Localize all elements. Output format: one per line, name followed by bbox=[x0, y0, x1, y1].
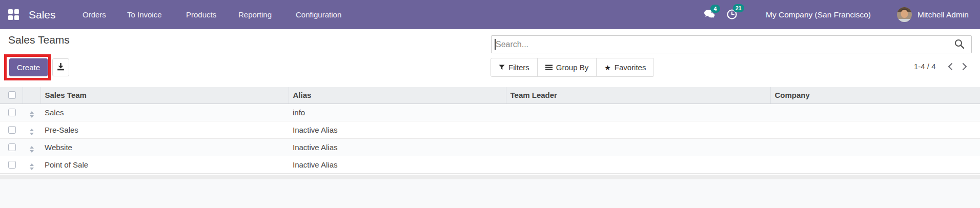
drag-handle-icon[interactable] bbox=[30, 163, 34, 170]
row-checkbox[interactable] bbox=[8, 126, 16, 134]
group-by-icon bbox=[545, 63, 553, 72]
cell-alias: Inactive Alias bbox=[289, 121, 506, 138]
search-icon[interactable] bbox=[953, 38, 966, 51]
sales-teams-table: Sales Team Alias Team Leader Company Sal… bbox=[0, 87, 980, 174]
menu-item-orders[interactable]: Orders bbox=[83, 0, 106, 29]
messages-count-badge: 4 bbox=[710, 5, 720, 13]
avatar bbox=[897, 7, 912, 22]
favorites-button[interactable]: ★ Favorites bbox=[596, 58, 654, 77]
cell-company bbox=[770, 156, 980, 173]
cell-sales-team: Pre-Sales bbox=[40, 121, 289, 138]
handle-column-header bbox=[23, 87, 40, 103]
drag-handle-icon[interactable] bbox=[30, 146, 34, 153]
text-caret bbox=[495, 39, 496, 50]
messages-menu[interactable]: 4 bbox=[704, 9, 722, 22]
company-switcher[interactable]: My Company (San Francisco) bbox=[766, 0, 871, 29]
content-background bbox=[0, 179, 980, 208]
cell-team-leader bbox=[506, 156, 770, 173]
cell-alias: info bbox=[289, 103, 506, 121]
menu-item-to-invoice[interactable]: To Invoice bbox=[127, 0, 162, 29]
page-title: Sales Teams bbox=[8, 34, 70, 46]
table-row[interactable]: Sales info bbox=[0, 103, 980, 121]
chevron-right-icon[interactable] bbox=[960, 63, 969, 72]
column-header-sales-team[interactable]: Sales Team bbox=[40, 87, 289, 103]
apps-grid-icon[interactable] bbox=[8, 9, 19, 20]
filters-button[interactable]: Filters bbox=[491, 58, 538, 77]
table-footer-strip bbox=[0, 175, 980, 179]
messages-icon bbox=[704, 12, 716, 21]
menu-item-products[interactable]: Products bbox=[186, 0, 216, 29]
export-button[interactable] bbox=[52, 58, 69, 76]
row-checkbox[interactable] bbox=[8, 109, 16, 116]
select-all-header bbox=[0, 87, 23, 103]
search-options-group: Filters Group By ★ Favorites bbox=[491, 58, 654, 77]
row-checkbox[interactable] bbox=[8, 161, 16, 169]
cell-team-leader bbox=[506, 103, 770, 121]
filter-icon bbox=[499, 63, 505, 72]
create-button[interactable]: Create bbox=[9, 58, 48, 76]
cell-sales-team: Website bbox=[40, 138, 289, 156]
cell-sales-team: Sales bbox=[40, 103, 289, 121]
table-header-row: Sales Team Alias Team Leader Company bbox=[0, 87, 980, 103]
sales-teams-page: Sales Orders To Invoice Products Reporti… bbox=[0, 0, 980, 208]
table-row[interactable]: Website Inactive Alias bbox=[0, 138, 980, 156]
cell-alias: Inactive Alias bbox=[289, 156, 506, 173]
cell-company bbox=[770, 138, 980, 156]
cell-company bbox=[770, 103, 980, 121]
group-by-button[interactable]: Group By bbox=[537, 58, 597, 77]
select-all-checkbox[interactable] bbox=[8, 91, 16, 99]
cell-team-leader bbox=[506, 121, 770, 138]
drag-handle-icon[interactable] bbox=[30, 111, 34, 118]
app-brand[interactable]: Sales bbox=[29, 0, 56, 29]
activities-menu[interactable]: 21 bbox=[726, 8, 747, 22]
user-name: Mitchell Admin bbox=[917, 0, 969, 29]
top-navbar: Sales Orders To Invoice Products Reporti… bbox=[0, 0, 980, 29]
search-input[interactable] bbox=[491, 35, 972, 53]
column-header-company[interactable]: Company bbox=[770, 87, 980, 103]
activities-clock-icon bbox=[726, 13, 738, 22]
cell-company bbox=[770, 121, 980, 138]
column-header-alias[interactable]: Alias bbox=[289, 87, 506, 103]
search-bar bbox=[491, 35, 972, 53]
cell-sales-team: Point of Sale bbox=[40, 156, 289, 173]
chevron-left-icon[interactable] bbox=[946, 63, 955, 72]
activities-count-badge: 21 bbox=[733, 4, 744, 12]
cell-alias: Inactive Alias bbox=[289, 138, 506, 156]
drag-handle-icon[interactable] bbox=[30, 129, 34, 135]
menu-item-configuration[interactable]: Configuration bbox=[296, 0, 341, 29]
row-checkbox[interactable] bbox=[8, 143, 16, 151]
table-row[interactable]: Pre-Sales Inactive Alias bbox=[0, 121, 980, 138]
pager-range[interactable]: 1-4 / 4 bbox=[914, 62, 936, 71]
download-icon bbox=[56, 63, 65, 73]
menu-item-reporting[interactable]: Reporting bbox=[238, 0, 272, 29]
favorites-star-icon: ★ bbox=[604, 64, 611, 71]
cell-team-leader bbox=[506, 138, 770, 156]
table-row[interactable]: Point of Sale Inactive Alias bbox=[0, 156, 980, 173]
column-header-team-leader[interactable]: Team Leader bbox=[506, 87, 770, 103]
